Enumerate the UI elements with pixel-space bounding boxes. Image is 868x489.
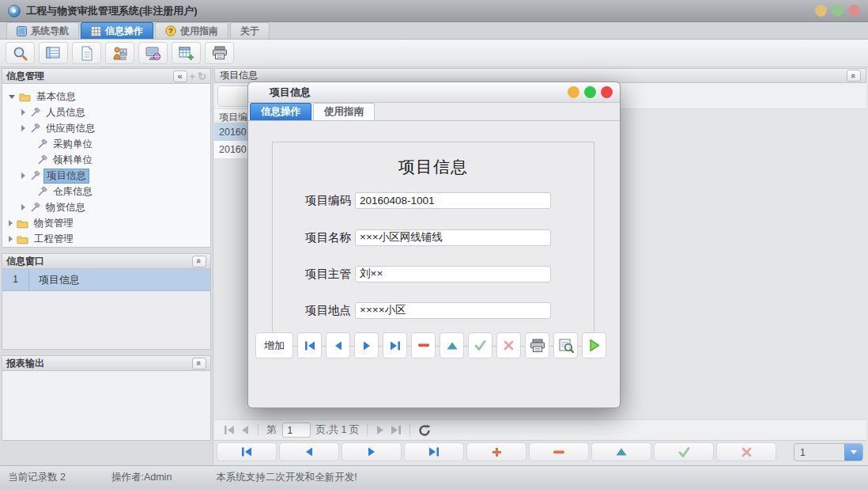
collapse-up-button[interactable] [192, 358, 206, 370]
collapse-up-button[interactable] [847, 70, 861, 82]
refresh-icon[interactable] [198, 70, 206, 82]
report-output-body [2, 371, 211, 441]
caret-right-icon[interactable] [21, 109, 25, 116]
prev-record-button[interactable] [326, 332, 350, 358]
tree-item-basic-info[interactable]: 基本信息 [2, 89, 210, 104]
post-record-button[interactable] [468, 332, 492, 358]
nav-edit-button[interactable] [591, 442, 651, 461]
caret-right-icon[interactable] [21, 204, 25, 210]
info-management-tree: 基本信息 人员信息 供应商信息 [2, 84, 211, 248]
last-record-button[interactable] [383, 332, 407, 358]
project-manager-input[interactable] [355, 266, 551, 282]
search-icon [13, 46, 28, 61]
nav-insert-button[interactable] [466, 442, 526, 461]
add-record-button[interactable]: 增加 [255, 332, 293, 358]
tree-item-personnel-info[interactable]: 人员信息 [2, 104, 210, 120]
status-bar: 当前记录数 2 操作者:Admin 本系统支持二次开发和全新开发! [0, 465, 868, 489]
dialog-minimize-button[interactable] [568, 86, 579, 98]
delete-record-button[interactable] [411, 332, 436, 358]
first-record-button[interactable] [297, 332, 322, 358]
page-number-input[interactable] [282, 423, 311, 438]
dialog-tab-user-guide[interactable]: 使用指南 [313, 103, 375, 120]
record-combo[interactable]: 1 [794, 443, 863, 461]
nav-delete-button[interactable] [529, 442, 589, 461]
first-page-icon[interactable] [224, 425, 235, 435]
caret-right-icon[interactable] [9, 236, 13, 242]
app-window: 工程与物资审批管理系统(非注册用户) 系统导航 信息操作 ? 使用指南 关于 [0, 0, 868, 489]
project-location-input[interactable] [355, 302, 551, 319]
table-view-button[interactable] [39, 42, 68, 64]
next-page-icon[interactable] [376, 425, 385, 435]
tab-about[interactable]: 关于 [230, 22, 270, 39]
nav-first-button[interactable] [217, 442, 277, 461]
dialog-body: 项目信息 项目编码 项目名称 项目主管 项目地点 [248, 121, 620, 366]
tab-info-ops[interactable]: 信息操作 [81, 22, 153, 39]
maximize-button[interactable] [832, 5, 843, 17]
tree-item-materials-info[interactable]: 物资信息 [2, 199, 210, 215]
refresh-page-icon[interactable] [418, 424, 431, 437]
tab-label: 关于 [240, 25, 259, 38]
operator-text: 操作者:Admin [111, 471, 172, 484]
info-management-header: 信息管理 [2, 68, 211, 84]
tree-item-materials-mgmt[interactable]: 物资管理 [2, 215, 210, 231]
close-button[interactable] [848, 5, 860, 17]
main-toolbar [0, 40, 868, 67]
dialog-tab-info-ops[interactable]: 信息操作 [250, 103, 311, 120]
dialog-close-button[interactable] [601, 86, 613, 98]
minimize-button[interactable] [815, 5, 827, 17]
person-report-button[interactable] [105, 42, 134, 64]
combo-dropdown-button[interactable] [844, 444, 862, 461]
nav-cancel-button[interactable] [716, 442, 776, 461]
tab-system-nav[interactable]: 系统导航 [6, 22, 79, 39]
dialog-maximize-button[interactable] [584, 86, 596, 98]
form-row-project-code: 项目编码 [273, 191, 551, 209]
tree-item-purchase-unit[interactable]: 采购单位 [2, 136, 210, 152]
collapse-up-icon [194, 259, 204, 263]
browser-button[interactable] [138, 42, 168, 64]
cancel-record-button[interactable] [496, 332, 521, 358]
print-button[interactable] [525, 332, 549, 358]
tree-item-supplier-info[interactable]: 供应商信息 [2, 120, 210, 136]
dialog-toolbar: 增加 [248, 324, 620, 366]
tree-item-engineering-mgmt[interactable]: 工程管理 [2, 231, 210, 247]
project-code-input[interactable] [355, 192, 551, 209]
table-add-button[interactable] [172, 42, 201, 64]
nav-prev-button[interactable] [279, 442, 339, 461]
last-page-icon[interactable] [391, 425, 402, 435]
tool-icon [29, 171, 40, 181]
nav-last-button[interactable] [404, 442, 464, 461]
dialog-title-bar[interactable]: 项目信息 [248, 82, 620, 103]
add-icon[interactable] [190, 70, 196, 82]
caret-down-icon[interactable] [9, 95, 15, 99]
caret-right-icon[interactable] [9, 220, 13, 226]
tree-item-material-request-unit[interactable]: 领料单位 [2, 152, 210, 168]
execute-button[interactable] [582, 332, 606, 358]
collapse-up-button[interactable] [192, 256, 206, 267]
table-list-icon [46, 46, 61, 60]
project-name-input[interactable] [355, 229, 551, 246]
collapse-left-button[interactable] [173, 70, 187, 82]
tree-item-warehouse-info[interactable]: 仓库信息 [2, 184, 210, 199]
edit-record-button[interactable] [440, 332, 464, 358]
nav-post-button[interactable] [654, 442, 714, 461]
db-navigator-bar: 1 [217, 442, 863, 462]
next-record-button[interactable] [354, 332, 379, 358]
caret-right-icon[interactable] [21, 172, 25, 179]
tab-user-guide[interactable]: ? 使用指南 [155, 22, 228, 39]
folder-icon [17, 234, 28, 244]
info-window-row[interactable]: 1 项目信息 [2, 269, 210, 291]
printer-button[interactable] [205, 42, 234, 64]
search-button[interactable] [6, 42, 35, 64]
folder-icon [19, 92, 31, 102]
caret-right-icon[interactable] [21, 125, 25, 131]
print-preview-button[interactable] [553, 332, 578, 358]
nav-next-button[interactable] [342, 442, 402, 461]
prev-icon [334, 341, 343, 351]
table-add-icon [179, 46, 194, 61]
tree-item-project-info[interactable]: 项目信息 [2, 168, 210, 184]
separator [409, 424, 410, 437]
prev-page-icon[interactable] [240, 425, 250, 435]
svg-text:?: ? [168, 26, 173, 35]
document-button[interactable] [72, 42, 101, 64]
minus-icon [553, 450, 564, 454]
